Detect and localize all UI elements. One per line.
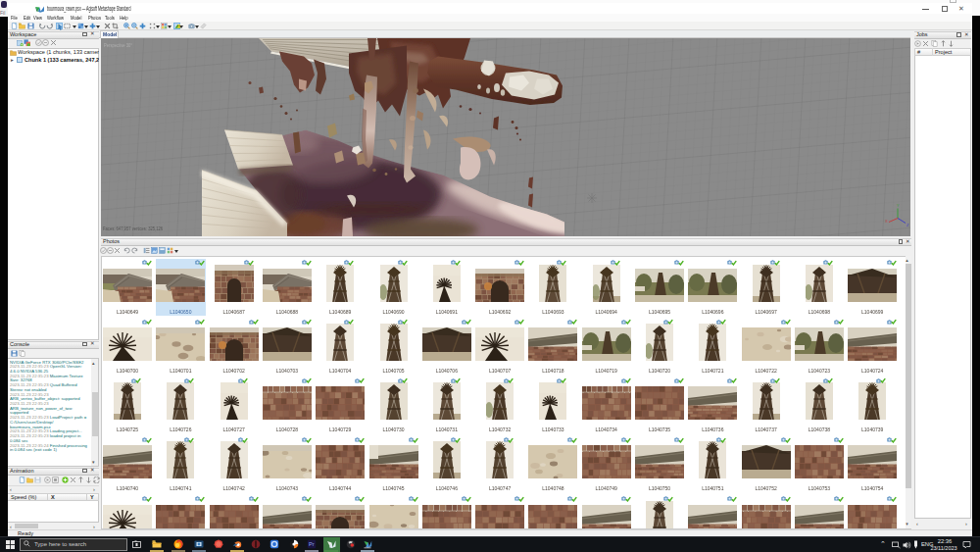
svg-text:Pr: Pr [309, 541, 315, 547]
svg-text:Z: Z [906, 222, 909, 226]
svg-text:X: X [885, 218, 888, 223]
svg-text:Y: Y [897, 203, 900, 208]
